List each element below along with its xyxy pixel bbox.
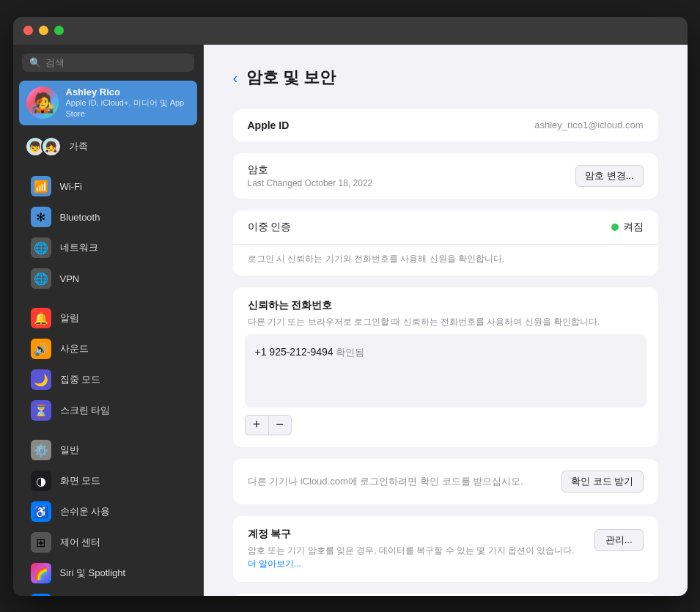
add-phone-button[interactable]: + [245,415,268,435]
appearance-icon: ◑ [31,471,51,491]
password-row: 암호 Last Changed October 18, 2022 암호 변경..… [233,153,658,199]
two-factor-desc: 로그인 시 신뢰하는 기기와 전화번호를 사용해 신원을 확인합니다. [233,245,658,276]
apple-id-row: Apple ID ashley_rico1@icloud.com [233,109,658,141]
phone-desc: 다른 기기 또는 브라우저로 로그인할 때 신뢰하는 전화번호를 사용하여 신원… [248,315,644,328]
sidebar-item-bluetooth[interactable]: ✻ Bluetooth [19,202,197,232]
avatar: 🧑‍🎤 [26,86,59,119]
sidebar-label-screentime: 스크린 타임 [60,404,111,417]
status-dot [611,224,619,231]
screentime-icon: ⏳ [31,400,51,421]
sidebar-label-appearance: 화면 모드 [60,474,101,487]
search-box[interactable]: 🔍 [22,54,194,72]
two-factor-header: 이중 인증 켜짐 [233,210,658,245]
main-window: 🔍 🧑‍🎤 Ashley Rico Apple ID, iCloud+, 미디어… [13,17,688,596]
legacy-contact-row: 유산 관리자 유산 관리자는 나의 사망 이후 내 계정에 있는 데이터에 액세… [233,594,658,596]
page-title: 암호 및 보안 [246,67,336,89]
account-recovery-link[interactable]: 더 알아보기... [248,558,301,569]
sidebar-label-siri: Siri 및 Spotlight [60,567,126,580]
siri-icon: 🌈 [31,563,51,583]
accessibility-icon: ♿ [31,501,51,522]
apple-id-value: ashley_rico1@icloud.com [534,119,643,130]
sidebar-label-vpn: VPN [60,273,80,284]
change-password-button[interactable]: 암호 변경... [575,165,643,187]
sidebar-item-appearance[interactable]: ◑ 화면 모드 [19,465,197,496]
sidebar-label-focus: 집중 모드 [60,373,101,386]
wifi-icon: 📶 [31,176,51,196]
sidebar-item-network[interactable]: 🌐 네트워크 [19,232,197,263]
sidebar-label-notifications: 알림 [60,311,79,325]
verification-code-desc: 다른 기기나 iCloud.com에 로그인하려면 확인 코드를 받으십시오. [248,474,550,489]
password-info: 암호 Last Changed October 18, 2022 [248,163,576,188]
remove-phone-button[interactable]: − [268,415,292,435]
general-icon: ⚙️ [31,440,51,460]
two-factor-status-text: 켜짐 [623,221,644,234]
trusted-phone-section: 신뢰하는 전화번호 다른 기기 또는 브라우저로 로그인할 때 신뢰하는 전화번… [233,287,658,447]
verification-code-section: 다른 기기나 iCloud.com에 로그인하려면 확인 코드를 받으십시오. … [233,459,658,504]
vpn-icon: 🌐 [31,268,51,289]
search-icon: 🔍 [29,57,41,68]
back-button[interactable]: ‹ [233,70,238,85]
sidebar-item-accessibility[interactable]: ♿ 손쉬운 사용 [19,496,197,527]
phone-verified: 확인됨 [336,347,364,358]
sidebar-item-screentime[interactable]: ⏳ 스크린 타임 [19,395,197,426]
avatar-emoji: 🧑‍🎤 [31,92,54,114]
titlebar [13,17,688,45]
content-area: 🔍 🧑‍🎤 Ashley Rico Apple ID, iCloud+, 미디어… [13,45,688,596]
sidebar-label-general: 일반 [60,443,79,457]
sidebar-item-control-center[interactable]: ⊞ 제어 센터 [19,527,197,558]
sidebar-label-wifi: Wi-Fi [60,181,82,192]
sidebar-label-accessibility: 손쉬운 사용 [60,505,111,518]
account-recovery-row: 계정 복구 암호 또는 기기 암호를 잊은 경우, 데이터를 복구할 수 있는 … [233,516,658,582]
sidebar-label-bluetooth: Bluetooth [60,212,100,223]
user-profile-item[interactable]: 🧑‍🎤 Ashley Rico Apple ID, iCloud+, 미디어 및… [19,81,197,126]
family-avatars: 👦 👧 [25,136,62,157]
network-icon: 🌐 [31,237,51,258]
sidebar-item-siri[interactable]: 🌈 Siri 및 Spotlight [19,558,197,589]
page-header: ‹ 암호 및 보안 [233,67,658,89]
sidebar-item-vpn[interactable]: 🌐 VPN [19,263,197,294]
maximize-button[interactable] [54,26,64,35]
legacy-contact-card: 유산 관리자 유산 관리자는 나의 사망 이후 내 계정에 있는 데이터에 액세… [233,594,658,596]
password-date: Last Changed October 18, 2022 [248,178,576,188]
user-info: Ashley Rico Apple ID, iCloud+, 미디어 및 App… [66,86,190,120]
bluetooth-icon: ✻ [31,207,51,227]
account-recovery-card: 계정 복구 암호 또는 기기 암호를 잊은 경우, 데이터를 복구할 수 있는 … [233,516,658,582]
user-subtitle: Apple ID, iCloud+, 미디어 및 App Store [66,97,190,120]
apple-id-label: Apple ID [248,119,535,131]
sidebar-label-sound: 사운드 [60,342,89,355]
password-label: 암호 [248,163,576,177]
account-recovery-info: 계정 복구 암호 또는 기기 암호를 잊은 경우, 데이터를 복구할 수 있는 … [248,528,586,570]
phone-header: 신뢰하는 전화번호 다른 기기 또는 브라우저로 로그인할 때 신뢰하는 전화번… [233,287,658,334]
two-factor-status: 켜짐 [611,221,644,234]
phone-list: +1 925-212-9494 확인됨 [245,334,646,408]
sidebar-item-wifi[interactable]: 📶 Wi-Fi [19,171,197,202]
sidebar: 🔍 🧑‍🎤 Ashley Rico Apple ID, iCloud+, 미디어… [13,45,204,596]
sound-icon: 🔊 [31,339,51,359]
account-recovery-title: 계정 복구 [248,528,586,541]
sidebar-item-notifications[interactable]: 🔔 알림 [19,303,197,333]
phone-actions: + − [233,408,658,447]
password-card: 암호 Last Changed October 18, 2022 암호 변경..… [233,153,658,199]
search-input[interactable] [45,57,187,68]
family-label: 가족 [69,140,88,153]
phone-number: +1 925-212-9494 [255,346,334,358]
minimize-button[interactable] [39,26,48,35]
sidebar-item-general[interactable]: ⚙️ 일반 [19,435,197,465]
privacy-icon: ✋ [31,594,51,595]
sidebar-item-family[interactable]: 👦 👧 가족 [13,131,203,162]
close-button[interactable] [23,26,33,35]
sidebar-label-network: 네트워크 [60,241,98,254]
notifications-icon: 🔔 [31,308,51,328]
two-factor-label: 이중 인증 [248,221,611,234]
account-recovery-manage-button[interactable]: 관리... [594,529,644,551]
family-avatar-2: 👧 [41,136,62,157]
sidebar-item-privacy[interactable]: ✋ 개인정보 보호 및 보안 [19,589,197,595]
phone-title: 신뢰하는 전화번호 [248,299,644,312]
sidebar-label-control-center: 제어 센터 [60,536,101,549]
phone-entry: +1 925-212-9494 확인됨 [255,342,636,364]
get-verification-code-button[interactable]: 확인 코드 받기 [561,471,643,493]
two-factor-card: 이중 인증 켜짐 로그인 시 신뢰하는 기기와 전화번호를 사용해 신원을 확인… [233,210,658,276]
focus-icon: 🌙 [31,369,51,390]
sidebar-item-focus[interactable]: 🌙 집중 모드 [19,364,197,395]
sidebar-item-sound[interactable]: 🔊 사운드 [19,333,197,364]
